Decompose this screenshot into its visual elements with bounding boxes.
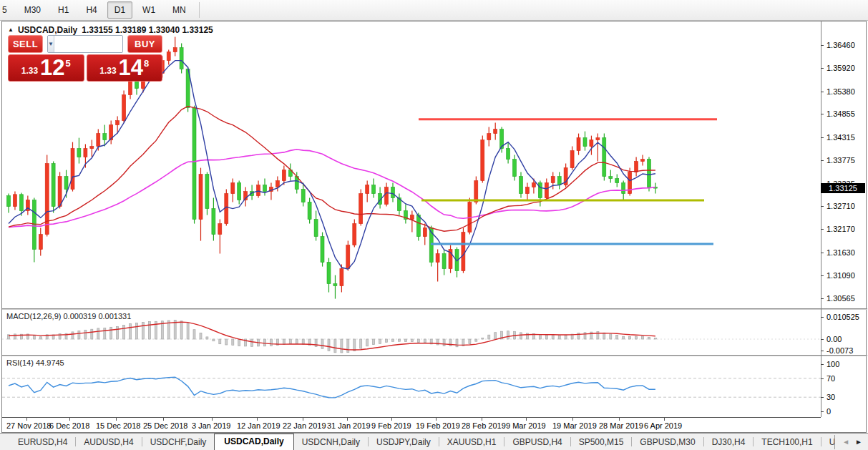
price-axis-label: 1.36460 (826, 41, 855, 49)
time-axis-label: 9 Feb 2019 (371, 421, 411, 430)
time-axis-label: 15 Dec 2018 (96, 421, 140, 430)
price-axis-label: 1.34315 (826, 133, 855, 142)
time-axis-tick (619, 418, 620, 421)
chart-ohlc-values: 1.33155 1.33189 1.33040 1.33125 (82, 25, 213, 35)
chart-tab-xauusd-h1[interactable]: XAUUSD,H1 (439, 435, 504, 450)
macd-label: MACD(12,26,9) 0.000319 0.001331 (6, 312, 131, 321)
volume-decrease-button[interactable]: ▼ (48, 36, 54, 52)
timeframe-button-d1[interactable]: D1 (107, 1, 132, 19)
sell-button[interactable]: SELL (8, 35, 43, 53)
volume-input[interactable] (54, 36, 123, 52)
buy-price-button[interactable]: 1.33 14 8 (87, 54, 163, 82)
one-click-trading-panel: SELL ▼ ▲ BUY 1.33 12 5 1.33 14 8 (8, 35, 162, 82)
time-axis-label: 19 Feb 2019 (416, 421, 460, 430)
price-axis-tick (821, 45, 824, 46)
chart-tab-usdjpy-daily[interactable]: USDJPY,Daily (369, 435, 439, 450)
macd-axis-tick (821, 317, 824, 318)
timeframe-button-h4[interactable]: H4 (79, 1, 104, 19)
rsi-axis-tick (821, 378, 824, 379)
time-axis-tick (303, 418, 303, 421)
time-axis-label: 9 Mar 2019 (506, 421, 546, 430)
sell-price-pips: 12 (40, 56, 64, 80)
tab-scroll-right-icon[interactable]: ► (855, 436, 862, 448)
time-axis-label: 12 Jan 2019 (237, 421, 281, 430)
rsi-label: RSI(14) 44.9745 (6, 358, 64, 367)
price-axis-tick (821, 229, 824, 230)
chart-tab-tech100-h1[interactable]: TECH100,H1 (754, 435, 820, 450)
price-axis-label: 1.35920 (826, 64, 855, 72)
time-axis-label: 25 Dec 2018 (143, 421, 187, 430)
buy-button[interactable]: BUY (127, 35, 162, 53)
price-axis-label: 1.31630 (826, 248, 855, 257)
rsi-axis-tick (821, 397, 824, 398)
price-axis-tick (821, 206, 824, 207)
time-axis-label: 6 Dec 2018 (49, 421, 89, 430)
timeframe-button-h1[interactable]: H1 (51, 1, 76, 19)
sell-price-prefix: 1.33 (21, 66, 38, 76)
time-axis-label: 3 Jan 2019 (192, 421, 230, 430)
collapse-triangle-icon[interactable]: ▲ (8, 26, 14, 33)
price-axis-tick (821, 160, 824, 161)
time-axis-tick (26, 418, 27, 421)
time-axis[interactable]: 27 Nov 20186 Dec 201815 Dec 201825 Dec 2… (2, 417, 821, 432)
time-axis-tick (572, 418, 573, 421)
sell-price-point: 5 (66, 58, 71, 69)
chart-tab-gbpusd-h4[interactable]: GBPUSD,H4 (504, 435, 570, 450)
price-axis[interactable]: 1.364601.359201.353801.348551.343151.337… (821, 21, 867, 308)
time-axis-label: 22 Jan 2019 (283, 421, 326, 430)
rsi-axis-tick (821, 411, 824, 412)
rsi-chart[interactable] (2, 356, 821, 417)
price-axis-label: 1.35380 (826, 87, 855, 96)
chart-ohlc-header: ▲ USDCAD,Daily 1.33155 1.33189 1.33040 1… (8, 25, 213, 35)
buy-price-prefix: 1.33 (99, 66, 116, 76)
price-axis-tick (821, 114, 824, 114)
time-axis-label: 28 Feb 2019 (462, 421, 506, 430)
price-axis-label: 1.31090 (826, 271, 855, 280)
chart-tab-usdcnh-daily[interactable]: USDCNH,Daily (294, 435, 368, 450)
macd-axis-label: 0.00 (826, 335, 842, 343)
buy-price-point: 8 (144, 58, 149, 69)
toolbar-separator (199, 2, 200, 18)
timeframe-button-m30[interactable]: M30 (17, 1, 48, 19)
price-axis-tick (821, 137, 824, 138)
price-axis-label: 1.32710 (826, 202, 855, 210)
chart-tab-eurusd-h4[interactable]: EURUSD,H4 (10, 435, 75, 450)
symbol-tab-bar: EURUSD,H4AUDUSD,H4USDCHF,DailyUSDCAD,Dai… (0, 433, 868, 450)
price-axis-tick (821, 298, 824, 299)
time-axis-tick (116, 418, 117, 421)
rsi-axis-tick (821, 364, 824, 365)
macd-axis: 0.0105250.00-0.0073 (821, 310, 867, 355)
macd-axis-label: 0.010525 (826, 313, 859, 321)
rsi-axis: 10070300 (821, 356, 867, 417)
timeframe-button-5[interactable]: 5 (0, 1, 14, 19)
price-axis-tick (821, 68, 824, 69)
macd-axis-label: -0.0073 (826, 346, 853, 355)
timeframe-button-w1[interactable]: W1 (135, 1, 162, 19)
chart-tab-usdcad-daily[interactable]: USDCAD,Daily (214, 434, 293, 450)
time-axis-label: 19 Mar 2019 (552, 421, 597, 430)
chart-tab-sp500-m15[interactable]: SP500,M15 (571, 435, 632, 450)
time-axis-tick (482, 418, 482, 421)
time-axis-tick (212, 418, 213, 421)
chart-tab-audusd-h4[interactable]: AUDUSD,H4 (76, 435, 141, 450)
price-axis-tick (821, 92, 824, 92)
price-axis-label: 1.33775 (826, 156, 855, 165)
time-axis-label: 28 Mar 2019 (599, 421, 643, 430)
price-axis-label: 1.30565 (826, 294, 855, 303)
price-axis-tick (821, 275, 824, 276)
volume-spinner: ▼ ▲ (47, 35, 123, 53)
time-axis-tick (436, 418, 437, 421)
time-axis-tick (257, 418, 258, 421)
price-axis-label: 1.32170 (826, 225, 855, 233)
sell-price-button[interactable]: 1.33 12 5 (8, 54, 84, 82)
price-axis-label: 1.34855 (826, 109, 855, 118)
time-axis-tick (391, 418, 392, 421)
tab-scroll-left-icon[interactable]: ◄ (842, 436, 849, 448)
chart-window: ▲ USDCAD,Daily 1.33155 1.33189 1.33040 1… (1, 21, 867, 433)
timeframe-button-mn[interactable]: MN (165, 1, 193, 19)
time-axis-tick (664, 418, 665, 421)
chart-tab-usdchf-daily[interactable]: USDCHF,Daily (142, 435, 215, 450)
chart-tab-dj30-h4[interactable]: DJ30,H4 (704, 435, 754, 450)
chart-tab-gbpusd-m30[interactable]: GBPUSD,M30 (632, 435, 703, 450)
macd-axis-tick (821, 339, 824, 340)
